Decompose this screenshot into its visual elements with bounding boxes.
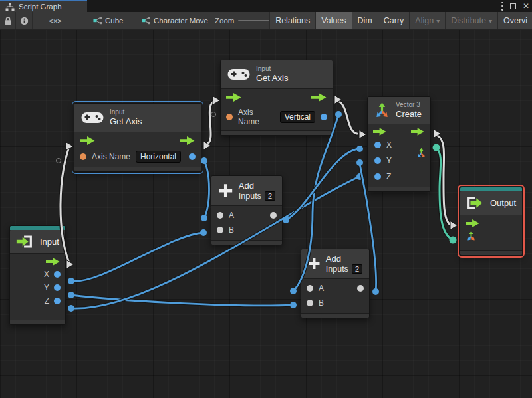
vector3-icon [416,148,427,159]
code-brackets-icon: <×> [49,17,62,25]
wire-data-getaxis-horizontal-to-add1-a[interactable] [201,157,209,221]
control-out-arrow-icon[interactable] [180,136,196,145]
port-in-b[interactable] [217,227,223,233]
plus-icon [218,182,233,199]
port-row-b: B [301,296,369,313]
vector3-icon [466,231,477,242]
lock-button[interactable] [0,12,16,29]
gamepad-icon [81,111,104,124]
input-bracket-icon [15,235,34,249]
maximize-icon[interactable] [510,3,516,9]
axis-name-row: Axis Name Vertical [221,104,332,130]
vector3-in-row [460,229,522,249]
port-in-a[interactable] [307,285,313,292]
axis-name-row: Axis Name Horizontal [74,147,201,167]
close-icon[interactable]: ✕ [523,3,529,9]
port-in-z[interactable] [374,173,381,180]
port-out-y[interactable] [54,284,61,291]
port-in-axis-name[interactable] [80,153,86,160]
toolbar-button-overview[interactable]: Overview [497,12,532,29]
control-in-arrow-icon[interactable] [226,93,242,102]
node-vector3-create[interactable]: Vector 3 Create X Y Z [367,96,431,192]
port-in-x[interactable] [374,142,381,148]
toolbar-button-carry[interactable]: Carry [378,12,410,29]
port-label: A [229,211,234,220]
tab-title: Script Graph [19,3,62,11]
port-out-vector3[interactable] [416,148,427,161]
node-input[interactable]: Input X Y Z [9,225,66,325]
node-title: Create [396,109,422,120]
wire-control-getaxis-vertical-to-vector3-create[interactable] [334,96,366,139]
node-category: Input [110,108,142,116]
control-out-arrow-icon[interactable] [411,128,425,136]
script-graph-window: Script Graph ✕ <×> [0,0,532,398]
port-row-z: Z [368,169,430,187]
inputs-label: Inputs [239,191,261,201]
toolbar-button-align[interactable]: Align [409,12,445,29]
inputs-count-field[interactable]: 2 [352,264,362,274]
toolbar-button-relations[interactable]: Relations [269,12,315,29]
node-add-2[interactable]: Add Inputs 2 A B [301,249,370,318]
gamepad-icon [227,68,250,81]
control-out-arrow-icon[interactable] [311,93,327,102]
graph-toolbar: <×> Cube Character Move Zoom [0,12,532,30]
node-output[interactable]: Output [460,187,523,256]
port-in-a[interactable] [217,212,223,219]
port-out-z[interactable] [54,298,61,304]
node-footer [368,187,430,191]
subgraph-icon [142,17,150,25]
port-out-x[interactable] [54,271,61,278]
axis-name-field[interactable]: Vertical [280,111,315,123]
unconnected-port-indicator[interactable] [211,112,216,117]
port-in-vector3[interactable] [466,231,477,245]
control-in-arrow-icon[interactable] [80,136,96,145]
subgraph-icon [93,17,102,25]
port-in-axis-name[interactable] [226,114,233,120]
breadcrumb-graph-cube[interactable]: Cube [93,12,124,29]
node-add-1[interactable]: Add Inputs 2 A B [211,175,283,245]
plus-icon [308,255,321,272]
wire-control-vector3-create-to-output[interactable] [434,130,458,230]
node-footer [460,250,522,255]
node-get-axis-vertical[interactable]: Input Get Axis Axis Name Vertical [220,60,333,136]
port-out-value[interactable] [321,114,327,120]
toolbar-button-dim[interactable]: Dim [352,12,378,29]
port-label: A [319,284,324,293]
control-arrow-icon[interactable] [46,258,61,266]
port-out-sum[interactable] [270,212,277,219]
inputs-count-field[interactable]: 2 [265,191,275,201]
port-row-a: A [211,206,282,223]
tab-script-graph[interactable]: Script Graph [0,0,87,12]
graph-canvas[interactable]: Input X Y Z [0,30,532,398]
control-in-arrow-icon[interactable] [373,128,387,136]
port-label: Z [45,296,49,306]
wire-data-add1-to-vector3-x[interactable] [283,146,363,223]
wire-data-input-x-to-add1-b[interactable] [68,229,207,284]
info-button[interactable] [16,12,33,29]
node-category: Input [256,65,288,73]
wire-data-input-y-to-add2-b[interactable] [68,292,297,308]
port-row-x: X [10,268,65,281]
axis-name-field[interactable]: Horizontal [136,151,181,163]
wire-control-getaxis-horizontal-to-getaxis-vertical[interactable] [203,96,220,150]
port-in-y[interactable] [374,157,381,164]
breadcrumb-graph-character-move[interactable]: Character Move [142,12,208,29]
window-menu-icon[interactable] [501,2,503,11]
port-out-sum[interactable] [357,285,364,292]
code-view-button[interactable]: <×> [33,12,78,29]
toolbar-button-distribute[interactable]: Distribute [445,12,497,29]
port-label: Z [386,172,391,181]
node-get-axis-horizontal[interactable]: Input Get Axis Axis Name Horizontal [74,103,201,172]
control-arrow-icon[interactable] [466,219,480,227]
unconnected-port-indicator[interactable] [56,158,61,163]
port-in-b[interactable] [307,300,313,306]
wire-data-vector3-create-to-output[interactable] [433,144,457,244]
control-flow-row [74,132,201,147]
inputs-label: Inputs [326,264,348,274]
node-category: Vector 3 [396,101,422,109]
port-out-value[interactable] [189,153,196,160]
toolbar-button-values[interactable]: Values [315,12,351,29]
port-label: Y [386,156,392,165]
node-footer [301,313,369,318]
port-row-a: A [301,279,369,296]
